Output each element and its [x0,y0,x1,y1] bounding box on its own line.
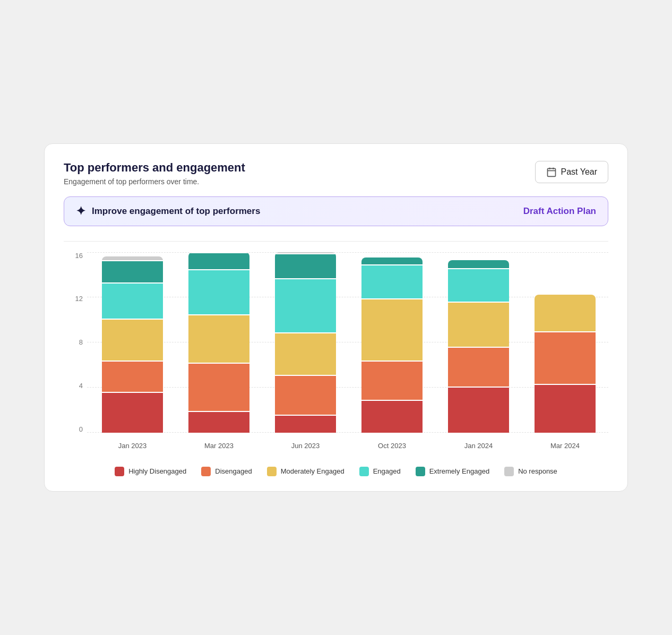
bar-segment-disengaged [275,376,335,415]
y-axis-label: 16 [75,252,83,259]
bar-segment-moderately_engaged [102,320,162,362]
x-axis-label: Oct 2023 [378,442,406,450]
legend-item: Extremely Engaged [416,467,489,476]
legend-color-dot [267,467,277,476]
action-banner-left: ✦ Improve engagement of top performers [76,204,260,218]
legend-item: Engaged [359,467,401,476]
bar-group: Oct 2023 [349,252,435,433]
divider [64,241,608,242]
chart-container: 0481216 Jan 2023Mar 2023Jun 2023Oct 2023… [64,252,608,454]
x-axis-label: Jun 2023 [291,442,320,450]
legend-color-dot [416,467,425,476]
bar-group: Jan 2023 [89,252,176,433]
bar-segment-extremely_engaged [102,261,162,284]
bar-segment-disengaged [448,348,509,387]
bar-segment-disengaged [102,362,162,393]
bar-segment-extremely_engaged [448,260,509,269]
main-card: Top performers and engagement Engagement… [44,143,628,491]
action-banner[interactable]: ✦ Improve engagement of top performers D… [64,196,608,226]
legend-label: No response [518,467,557,475]
legend-label: Highly Disengaged [128,467,186,475]
bar-group: Mar 2024 [522,252,608,433]
bar-segment-engaged [102,284,162,320]
legend-label: Extremely Engaged [429,467,489,475]
bar-segment-engaged [188,270,249,315]
bar-segment-engaged [361,265,422,299]
bar-stack [188,252,249,433]
title-block: Top performers and engagement Engagement… [64,161,245,185]
bar-segment-moderately_engaged [535,295,595,332]
bar-stack [102,256,162,433]
y-axis: 0481216 [64,252,87,433]
legend-item: Disengaged [201,467,252,476]
svg-rect-0 [547,169,555,177]
sparkle-icon: ✦ [76,204,85,218]
bar-segment-disengaged [188,364,249,412]
x-axis-label: Mar 2024 [550,442,580,450]
bar-segment-highly_disengaged [188,412,249,432]
chart-area: 0481216 Jan 2023Mar 2023Jun 2023Oct 2023… [64,252,608,476]
legend-item: Moderately Engaged [267,467,344,476]
bar-stack [535,295,595,432]
draft-action-plan-link[interactable]: Draft Action Plan [523,206,596,217]
legend: Highly DisengagedDisengagedModerately En… [64,462,608,476]
bar-segment-no_response [275,252,335,254]
date-range-button[interactable]: Past Year [535,161,609,183]
x-axis-label: Jan 2023 [118,442,147,450]
y-axis-label: 0 [79,426,83,433]
bar-segment-highly_disengaged [275,416,335,433]
calendar-icon [546,167,557,177]
y-axis-label: 12 [75,295,83,302]
legend-label: Engaged [373,467,401,475]
legend-label: Moderately Engaged [281,467,344,475]
bar-stack [275,252,335,433]
bar-segment-highly_disengaged [102,393,162,432]
bar-segment-disengaged [535,332,595,385]
bar-stack [448,260,509,433]
legend-color-dot [201,467,211,476]
bar-segment-moderately_engaged [361,299,422,362]
bar-segment-engaged [448,269,509,303]
legend-color-dot [115,467,124,476]
bars-row: Jan 2023Mar 2023Jun 2023Oct 2023Jan 2024… [89,252,608,433]
bar-segment-highly_disengaged [361,401,422,433]
bar-segment-no_response [188,252,249,253]
bar-segment-disengaged [361,362,422,401]
legend-color-dot [504,467,514,476]
chart-title: Top performers and engagement [64,161,245,175]
bar-segment-moderately_engaged [448,303,509,348]
legend-item: Highly Disengaged [115,467,186,476]
bar-segment-moderately_engaged [275,333,335,376]
bar-segment-engaged [275,279,335,333]
y-axis-label: 8 [79,339,83,346]
legend-label: Disengaged [215,467,252,475]
bar-segment-extremely_engaged [275,254,335,279]
chart-subtitle: Engagement of top performers over time. [64,177,245,186]
bar-segment-highly_disengaged [535,385,595,432]
bar-group: Jun 2023 [262,252,349,433]
bar-segment-highly_disengaged [448,388,509,433]
bar-segment-no_response [102,256,162,261]
legend-color-dot [359,467,369,476]
header-row: Top performers and engagement Engagement… [64,161,608,185]
bar-group: Jan 2024 [435,252,522,433]
y-axis-label: 4 [79,382,83,389]
bar-group: Mar 2023 [176,252,262,433]
bar-segment-extremely_engaged [361,258,422,265]
bar-stack [361,258,422,432]
bar-segment-moderately_engaged [188,315,249,364]
bar-segment-extremely_engaged [188,253,249,270]
legend-item: No response [504,467,557,476]
x-axis-label: Mar 2023 [204,442,234,450]
x-axis-label: Jan 2024 [464,442,493,450]
